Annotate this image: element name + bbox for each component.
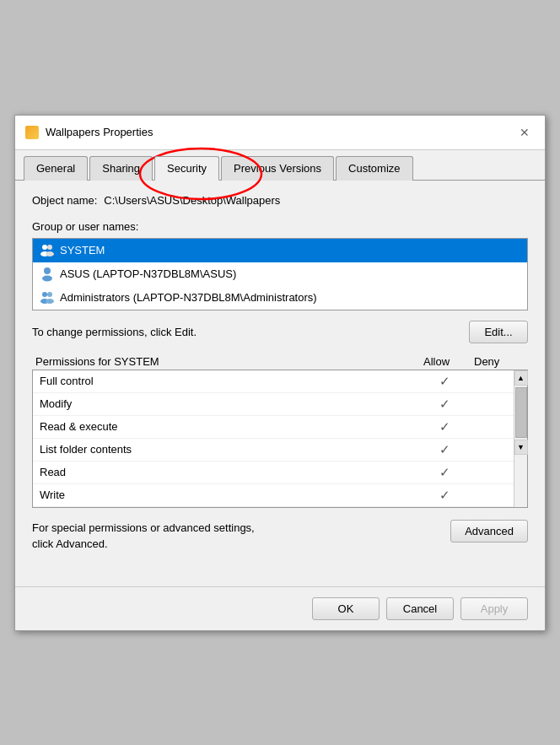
group-label: Group or user names: bbox=[32, 220, 528, 233]
group-item-system[interactable]: SYSTEM bbox=[33, 239, 527, 262]
perm-allow-read-execute: ✓ bbox=[419, 419, 470, 435]
advanced-text: For special permissions or advanced sett… bbox=[32, 520, 255, 553]
perm-name-list-folder: List folder contents bbox=[40, 443, 419, 456]
perm-name-write: Write bbox=[40, 489, 419, 501]
perm-allow-list-folder: ✓ bbox=[419, 442, 470, 457]
tab-customize[interactable]: Customize bbox=[336, 156, 412, 181]
tab-security[interactable]: Security bbox=[154, 156, 219, 181]
perm-row-modify: Modify ✓ bbox=[33, 393, 527, 416]
group-list: SYSTEM ASUS (LAPTOP-N37DBL8M\ASUS) Admin bbox=[32, 238, 528, 310]
perm-allow-modify: ✓ bbox=[419, 397, 470, 412]
deny-header: Deny bbox=[474, 355, 525, 368]
perm-name-read: Read bbox=[40, 466, 419, 478]
object-name-row: Object name: C:\Users\ASUS\Desktop\Wallp… bbox=[32, 194, 528, 207]
permissions-for-label: Permissions for SYSTEM bbox=[35, 355, 423, 368]
group-item-admin-label: Administrators (LAPTOP-N37DBL8M\Administ… bbox=[60, 291, 317, 304]
svg-point-6 bbox=[42, 275, 52, 281]
ok-button[interactable]: OK bbox=[312, 597, 380, 620]
permissions-header: Permissions for SYSTEM Allow Deny bbox=[32, 355, 528, 368]
tabs: General Sharing Security Previous Versio… bbox=[15, 150, 545, 181]
svg-point-3 bbox=[47, 245, 52, 250]
user-icon bbox=[40, 267, 55, 282]
folder-icon bbox=[25, 126, 39, 139]
advanced-row: For special permissions or advanced sett… bbox=[32, 520, 528, 553]
tab-general[interactable]: General bbox=[24, 156, 88, 181]
cancel-button[interactable]: Cancel bbox=[386, 597, 454, 620]
scroll-thumb[interactable] bbox=[515, 387, 527, 438]
system-icon bbox=[40, 243, 55, 258]
svg-point-7 bbox=[42, 292, 47, 297]
perm-allow-read: ✓ bbox=[419, 465, 470, 480]
perm-row-read: Read ✓ bbox=[33, 462, 527, 484]
scrollbar[interactable]: ▲ ▼ bbox=[514, 370, 527, 507]
tab-previous-versions[interactable]: Previous Versions bbox=[221, 156, 334, 181]
close-button[interactable]: ✕ bbox=[514, 122, 535, 143]
title-bar-left: Wallpapers Properties bbox=[25, 126, 153, 139]
perm-name-modify: Modify bbox=[40, 397, 419, 410]
group-icon bbox=[40, 290, 55, 305]
group-item-asus-label: ASUS (LAPTOP-N37DBL8M\ASUS) bbox=[60, 267, 236, 280]
change-permissions-row: To change permissions, click Edit. Edit.… bbox=[32, 321, 528, 343]
window: Wallpapers Properties ✕ General Sharing … bbox=[14, 115, 546, 631]
perm-name-read-execute: Read & execute bbox=[40, 420, 419, 433]
apply-button[interactable]: Apply bbox=[460, 597, 528, 620]
advanced-text-line1: For special permissions or advanced sett… bbox=[32, 521, 255, 534]
perm-row-read-execute: Read & execute ✓ bbox=[33, 416, 527, 439]
object-name-value: C:\Users\ASUS\Desktop\Wallpapers bbox=[104, 194, 280, 207]
perm-allow-write: ✓ bbox=[419, 488, 470, 503]
permissions-table: Full control ✓ Modify ✓ Read & execute ✓ bbox=[32, 370, 528, 508]
perm-name-full-control: Full control bbox=[40, 375, 419, 387]
svg-point-1 bbox=[42, 245, 47, 250]
group-item-system-label: SYSTEM bbox=[60, 244, 105, 256]
change-perm-text: To change permissions, click Edit. bbox=[32, 326, 197, 338]
perm-allow-full-control: ✓ bbox=[419, 374, 470, 389]
bottom-buttons: OK Cancel Apply bbox=[15, 586, 545, 630]
advanced-text-line2: click Advanced. bbox=[32, 537, 108, 550]
perm-row-list-folder: List folder contents ✓ bbox=[33, 439, 527, 462]
permissions-section: Permissions for SYSTEM Allow Deny Full c… bbox=[32, 355, 528, 508]
window-title: Wallpapers Properties bbox=[46, 126, 153, 138]
group-item-asus[interactable]: ASUS (LAPTOP-N37DBL8M\ASUS) bbox=[33, 262, 527, 286]
svg-point-4 bbox=[46, 251, 54, 256]
svg-point-5 bbox=[44, 267, 51, 274]
object-name-label: Object name: bbox=[32, 194, 97, 207]
tab-sharing[interactable]: Sharing bbox=[89, 156, 153, 181]
tabs-container: General Sharing Security Previous Versio… bbox=[15, 150, 545, 181]
scroll-down-button[interactable]: ▼ bbox=[514, 440, 528, 455]
allow-header: Allow bbox=[423, 355, 474, 368]
scroll-up-button[interactable]: ▲ bbox=[514, 370, 528, 386]
group-item-administrators[interactable]: Administrators (LAPTOP-N37DBL8M\Administ… bbox=[33, 286, 527, 310]
svg-point-10 bbox=[46, 299, 54, 304]
edit-button[interactable]: Edit... bbox=[469, 321, 528, 343]
perm-row-write: Write ✓ bbox=[33, 484, 527, 507]
advanced-button[interactable]: Advanced bbox=[450, 520, 528, 543]
svg-point-9 bbox=[47, 292, 52, 297]
content-area: Object name: C:\Users\ASUS\Desktop\Wallp… bbox=[15, 181, 545, 586]
title-bar: Wallpapers Properties ✕ bbox=[15, 116, 545, 150]
perm-row-full-control: Full control ✓ bbox=[33, 370, 527, 393]
